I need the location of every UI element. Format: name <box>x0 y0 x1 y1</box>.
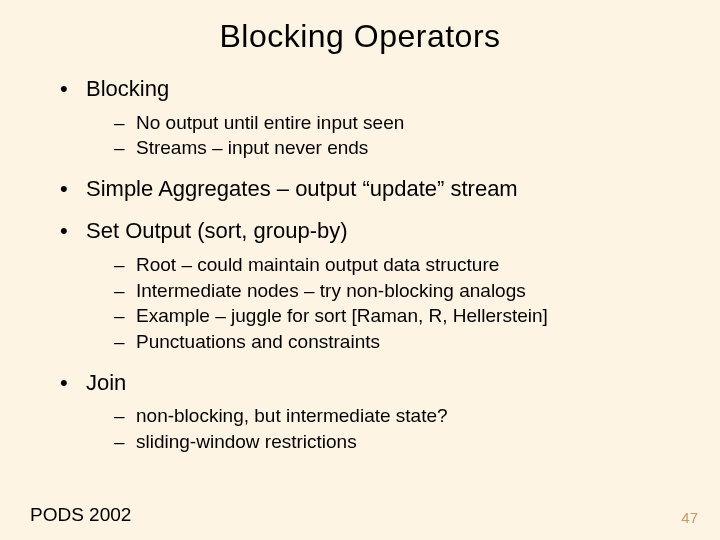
spacer <box>60 207 680 217</box>
bullet-text: Join <box>86 370 126 395</box>
sub-list: No output until entire input seen Stream… <box>86 110 680 161</box>
sub-item: No output until entire input seen <box>114 110 680 136</box>
slide-title: Blocking Operators <box>40 18 680 55</box>
bullet-join: Join non-blocking, but intermediate stat… <box>60 369 680 455</box>
sub-item: Punctuations and constraints <box>114 329 680 355</box>
sub-item: sliding-window restrictions <box>114 429 680 455</box>
bullet-set-output: Set Output (sort, group-by) Root – could… <box>60 217 680 354</box>
bullet-text: Simple Aggregates – output “update” stre… <box>86 176 518 201</box>
sub-item: Streams – input never ends <box>114 135 680 161</box>
bullet-text: Blocking <box>86 76 169 101</box>
bullet-list: Blocking No output until entire input se… <box>40 75 680 455</box>
bullet-blocking: Blocking No output until entire input se… <box>60 75 680 161</box>
slide-number: 47 <box>681 509 698 526</box>
sub-item: non-blocking, but intermediate state? <box>114 403 680 429</box>
bullet-text: Set Output (sort, group-by) <box>86 218 348 243</box>
footer-conference: PODS 2002 <box>30 504 131 526</box>
slide: Blocking Operators Blocking No output un… <box>0 0 720 540</box>
sub-list: Root – could maintain output data struct… <box>86 252 680 355</box>
bullet-aggregates: Simple Aggregates – output “update” stre… <box>60 175 680 204</box>
sub-item: Root – could maintain output data struct… <box>114 252 680 278</box>
sub-item: Example – juggle for sort [Raman, R, Hel… <box>114 303 680 329</box>
sub-item: Intermediate nodes – try non-blocking an… <box>114 278 680 304</box>
sub-list: non-blocking, but intermediate state? sl… <box>86 403 680 454</box>
